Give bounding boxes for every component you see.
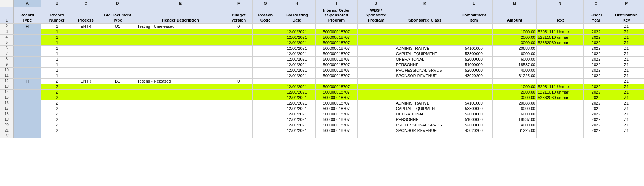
cell-d-21[interactable] — [99, 128, 136, 133]
cell-f-17[interactable] — [225, 106, 252, 111]
cell-a-14[interactable]: I — [13, 89, 41, 95]
col-header-j[interactable]: J — [358, 0, 395, 7]
cell-p-21[interactable]: Z1 — [609, 128, 644, 133]
cell-p-9[interactable]: Z1 — [609, 62, 644, 67]
cell-p-2[interactable]: Z1 — [609, 23, 644, 29]
cell-j-12[interactable] — [358, 78, 395, 84]
cell-l-7[interactable]: 53300000 — [455, 51, 493, 56]
cell-d-20[interactable] — [99, 122, 136, 128]
cell-n-17[interactable] — [537, 106, 583, 111]
cell-n-2[interactable] — [537, 23, 583, 29]
cell-d-16[interactable] — [99, 100, 136, 106]
cell-k-12[interactable] — [395, 78, 455, 84]
cell-f-18[interactable] — [225, 111, 252, 117]
cell-o-4[interactable]: 2022 — [583, 34, 609, 40]
cell-a-19[interactable]: I — [13, 117, 41, 122]
cell-f-3[interactable] — [225, 29, 252, 34]
cell-k-13[interactable] — [395, 84, 455, 89]
cell-j-4[interactable] — [358, 34, 395, 40]
cell-c-10[interactable] — [73, 67, 99, 73]
cell-d-4[interactable] — [99, 34, 136, 40]
cell-a-11[interactable]: I — [13, 73, 41, 78]
cell-b-20[interactable]: 2 — [41, 122, 73, 128]
cell-b-3[interactable]: 1 — [41, 29, 73, 34]
cell-a-10[interactable]: I — [13, 67, 41, 73]
cell-j-20[interactable] — [358, 122, 395, 128]
cell-n-16[interactable] — [537, 100, 583, 106]
cell-l-8[interactable]: 52000000 — [455, 56, 493, 62]
cell-j-15[interactable] — [358, 95, 395, 100]
cell-h-7[interactable]: 12/01/2021 — [278, 51, 315, 56]
cell-c-17[interactable] — [73, 106, 99, 111]
cell-g-3[interactable] — [253, 29, 278, 34]
cell-d-12[interactable]: B1 — [99, 78, 136, 84]
cell-n-12[interactable] — [537, 78, 583, 84]
cell-a-13[interactable]: I — [13, 84, 41, 89]
cell-m-11[interactable]: 61225.00 — [492, 73, 537, 78]
cell-p-5[interactable]: Z1 — [609, 40, 644, 45]
cell-o-20[interactable]: 2022 — [583, 122, 609, 128]
cell-n-6[interactable] — [537, 45, 583, 51]
cell-j-7[interactable] — [358, 51, 395, 56]
cell-c-5[interactable] — [73, 40, 99, 45]
cell-b-2[interactable]: 1 — [41, 23, 73, 29]
cell-j-18[interactable] — [358, 111, 395, 117]
cell-o-12[interactable] — [583, 78, 609, 84]
cell-b-15[interactable]: 2 — [41, 95, 73, 100]
cell-f-11[interactable] — [225, 73, 252, 78]
cell-n-8[interactable] — [537, 56, 583, 62]
cell-k-21[interactable]: SPONSOR REVENUE — [395, 128, 455, 133]
col-header-h[interactable]: H — [278, 0, 315, 7]
cell-h-15[interactable]: 12/01/2021 — [278, 95, 315, 100]
cell-f-2[interactable]: 0 — [225, 23, 252, 29]
cell-j-16[interactable] — [358, 100, 395, 106]
cell-n-13[interactable]: 52031111 Unmar — [537, 84, 583, 89]
cell-e-8[interactable] — [136, 56, 225, 62]
cell-h-16[interactable]: 12/01/2021 — [278, 100, 315, 106]
cell-o-14[interactable]: 2022 — [583, 89, 609, 95]
cell-m-13[interactable]: 1000.00 — [492, 84, 537, 89]
cell-k-6[interactable]: ADMINISTRATIVE — [395, 45, 455, 51]
cell-f-19[interactable] — [225, 117, 252, 122]
cell-m-3[interactable]: 1000.00 — [492, 29, 537, 34]
cell-l-4[interactable] — [455, 34, 493, 40]
cell-k-20[interactable]: PROFESSIONAL SRVCS — [395, 122, 455, 128]
cell-a-5[interactable]: I — [13, 40, 41, 45]
col-header-a[interactable]: A — [13, 0, 41, 7]
cell-c-8[interactable] — [73, 56, 99, 62]
cell-b-11[interactable]: 1 — [41, 73, 73, 78]
cell-c-15[interactable] — [73, 95, 99, 100]
cell-k-7[interactable]: CAPITAL EQUIPMENT — [395, 51, 455, 56]
cell-a-15[interactable]: I — [13, 95, 41, 100]
cell-e-21[interactable] — [136, 128, 225, 133]
cell-m-7[interactable]: 6000.00 — [492, 51, 537, 56]
cell-i-15[interactable]: 500000018707 — [315, 95, 357, 100]
cell-n-18[interactable] — [537, 111, 583, 117]
cell-i-21[interactable]: 500000018707 — [315, 128, 357, 133]
cell-b-7[interactable]: 1 — [41, 51, 73, 56]
cell-e-12[interactable]: Testing - Released — [136, 78, 225, 84]
cell-j-9[interactable] — [358, 62, 395, 67]
cell-c-14[interactable] — [73, 89, 99, 95]
cell-o-5[interactable]: 2022 — [583, 40, 609, 45]
cell-l-19[interactable]: 51000000 — [455, 117, 493, 122]
cell-m-8[interactable]: 6000.00 — [492, 56, 537, 62]
cell-h-2[interactable] — [278, 23, 315, 29]
cell-o-8[interactable]: 2022 — [583, 56, 609, 62]
cell-n-4[interactable]: 52211010 unmar — [537, 34, 583, 40]
cell-c-21[interactable] — [73, 128, 99, 133]
cell-j-17[interactable] — [358, 106, 395, 111]
cell-h-18[interactable]: 12/01/2021 — [278, 111, 315, 117]
col-header-p[interactable]: P — [609, 0, 644, 7]
cell-c-11[interactable] — [73, 73, 99, 78]
cell-e-22[interactable] — [136, 133, 225, 138]
cell-p-11[interactable]: Z1 — [609, 73, 644, 78]
col-header-g[interactable]: G — [253, 0, 278, 7]
cell-f-5[interactable] — [225, 40, 252, 45]
cell-k-19[interactable]: PERSONNEL — [395, 117, 455, 122]
cell-f-4[interactable] — [225, 34, 252, 40]
cell-j-8[interactable] — [358, 56, 395, 62]
cell-g-21[interactable] — [253, 128, 278, 133]
cell-f-8[interactable] — [225, 56, 252, 62]
cell-d-9[interactable] — [99, 62, 136, 67]
